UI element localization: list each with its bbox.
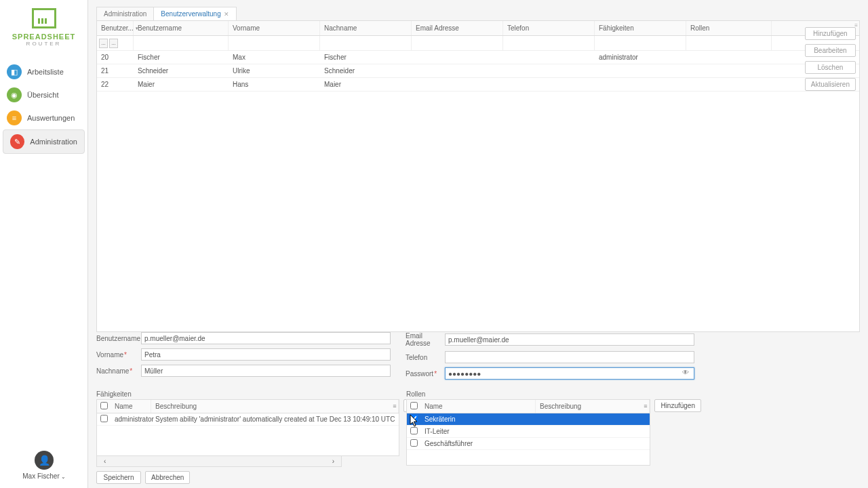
tab-bar: AdministrationBenutzerverwaltung✕ [96, 7, 868, 20]
th-7[interactable]: Rollen [686, 21, 772, 35]
administration-icon: ✎ [10, 134, 24, 149]
th-rl-name[interactable]: Name [420, 400, 536, 413]
row-checkbox[interactable] [410, 415, 418, 422]
list-item[interactable]: Geschäftsführer [407, 438, 650, 450]
save-button[interactable]: Speichern [96, 471, 141, 484]
close-icon[interactable]: ✕ [224, 11, 229, 18]
th-3[interactable]: Nachname [320, 21, 412, 35]
rl-add-button[interactable]: Hinzufügen [654, 399, 701, 412]
filter-cell-3[interactable] [320, 36, 412, 50]
list-item[interactable]: administratorSystem ability 'administrat… [97, 413, 399, 426]
add-button[interactable]: Hinzufügen [805, 27, 856, 40]
table-row[interactable]: 20FischerMaxFischeradministrator [97, 51, 859, 64]
column-menu-icon[interactable]: ≡ [644, 403, 647, 409]
table-row[interactable]: 21SchneiderUlrikeSchneider [97, 64, 859, 78]
label-vorname: Vorname* [96, 351, 141, 359]
th-1[interactable]: Benutzername [134, 21, 229, 35]
row-checkbox[interactable] [410, 439, 418, 447]
eye-icon[interactable]: 👁 [682, 369, 689, 376]
input-benutzername[interactable] [141, 332, 391, 344]
nav-item-übersicht[interactable]: ◉Übersicht [0, 83, 87, 106]
edit-button[interactable]: Bearbeiten [805, 44, 856, 57]
column-menu-icon[interactable]: ≡ [393, 403, 396, 409]
input-vorname[interactable] [141, 348, 391, 361]
chevron-down-icon: ⌄ [61, 474, 66, 480]
grid-body: 20FischerMaxFischeradministrator21Schnei… [97, 51, 859, 92]
list-item[interactable]: Sekräterin [407, 413, 650, 426]
th-rl-desc[interactable]: Beschreibung [536, 400, 650, 413]
filter-cell-0[interactable]: …… [97, 36, 134, 50]
row-checkbox[interactable] [410, 427, 418, 434]
sidebar: SPREADSHEET ROUTER ◧Arbeitsliste◉Übersic… [0, 0, 88, 488]
filter-cell-6[interactable] [595, 36, 686, 50]
grid-actions: Hinzufügen Bearbeiten Löschen Aktualisie… [805, 27, 856, 91]
next-page-icon[interactable]: › [328, 458, 338, 465]
th-2[interactable]: Vorname [229, 21, 320, 35]
fk-pager: ‹ › [96, 456, 342, 467]
label-telefon: Telefon [406, 354, 445, 361]
refresh-button[interactable]: Aktualisieren [805, 78, 856, 91]
grid-filter-row: …… [97, 36, 859, 51]
logo: SPREADSHEET ROUTER [0, 0, 87, 52]
filter-cell-4[interactable] [412, 36, 503, 50]
avatar-icon: 👤 [35, 451, 54, 470]
user-grid-panel: Benutzer...▾BenutzernameVornameNachnameE… [96, 20, 860, 332]
auswertungen-icon: ≡ [7, 110, 22, 125]
nav-item-arbeitsliste[interactable]: ◧Arbeitsliste [0, 60, 87, 83]
rollen-select-all[interactable] [410, 402, 418, 409]
table-row[interactable]: 22MaierHansMaier [97, 78, 859, 92]
nav-item-auswertungen[interactable]: ≡Auswertungen [0, 106, 87, 129]
prev-page-icon[interactable]: ‹ [100, 458, 110, 465]
section-title-rollen: Rollen [406, 390, 701, 398]
th-5[interactable]: Telefon [503, 21, 595, 35]
übersicht-icon: ◉ [7, 87, 22, 102]
th-fk-name[interactable]: Name [111, 400, 151, 413]
input-telefon[interactable] [445, 351, 694, 363]
row-checkbox[interactable] [100, 415, 108, 422]
section-title-faehigkeiten: Fähigkeiten [96, 390, 391, 398]
th-fk-desc[interactable]: Beschreibung [151, 400, 399, 413]
filter-cell-1[interactable] [134, 36, 229, 50]
logo-icon [32, 8, 56, 28]
label-email: Email Adresse [406, 332, 445, 347]
tab-administration[interactable]: Administration [96, 7, 154, 20]
th-6[interactable]: Fähigkeiten [595, 21, 686, 35]
cancel-button[interactable]: Abbrechen [145, 471, 190, 484]
tab-benutzerverwaltung[interactable]: Benutzerverwaltung✕ [153, 7, 236, 20]
faehigkeiten-select-all[interactable] [100, 402, 108, 409]
input-passwort[interactable] [445, 367, 694, 380]
edit-form: Benutzername* Vorname* Nachname* Email A… [96, 332, 856, 484]
input-nachname[interactable] [141, 365, 391, 377]
user-block[interactable]: 👤 Max Fischer⌄ [0, 451, 88, 480]
logo-text-sub: ROUTER [0, 41, 87, 47]
filter-min-icon[interactable]: … [99, 39, 108, 48]
label-passwort: Passwort* [406, 370, 445, 378]
grid-header: Benutzer...▾BenutzernameVornameNachnameE… [97, 21, 859, 36]
filter-cell-2[interactable] [229, 36, 320, 50]
list-item[interactable]: IT-Leiter [407, 426, 650, 438]
filter-cell-5[interactable] [503, 36, 595, 50]
label-nachname: Nachname* [96, 367, 141, 375]
input-email[interactable] [445, 333, 694, 346]
delete-button[interactable]: Löschen [805, 61, 856, 74]
th-0[interactable]: Benutzer...▾ [97, 21, 134, 35]
logo-text-main: SPREADSHEET [0, 33, 87, 41]
th-4[interactable]: Email Adresse [412, 21, 503, 35]
label-benutzername: Benutzername* [96, 335, 141, 342]
filter-cell-7[interactable] [686, 36, 772, 50]
user-name: Max Fischer⌄ [0, 472, 88, 480]
nav-item-administration[interactable]: ✎Administration [3, 129, 85, 154]
filter-max-icon[interactable]: … [109, 39, 118, 48]
nav-menu: ◧Arbeitsliste◉Übersicht≡Auswertungen✎Adm… [0, 60, 87, 154]
arbeitsliste-icon: ◧ [7, 64, 22, 79]
